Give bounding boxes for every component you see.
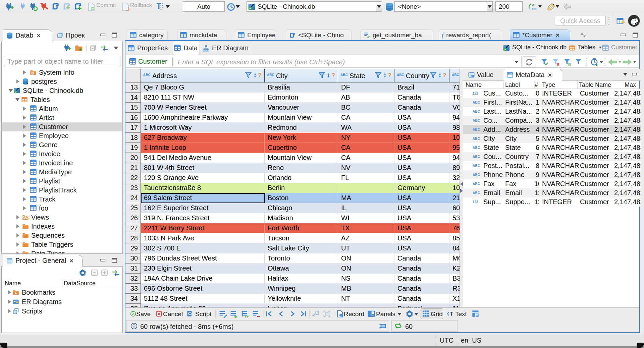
- svg-text:i: i: [340, 313, 341, 317]
- svg-text:(+): (+): [245, 314, 249, 318]
- svg-text:i: i: [32, 72, 33, 75]
